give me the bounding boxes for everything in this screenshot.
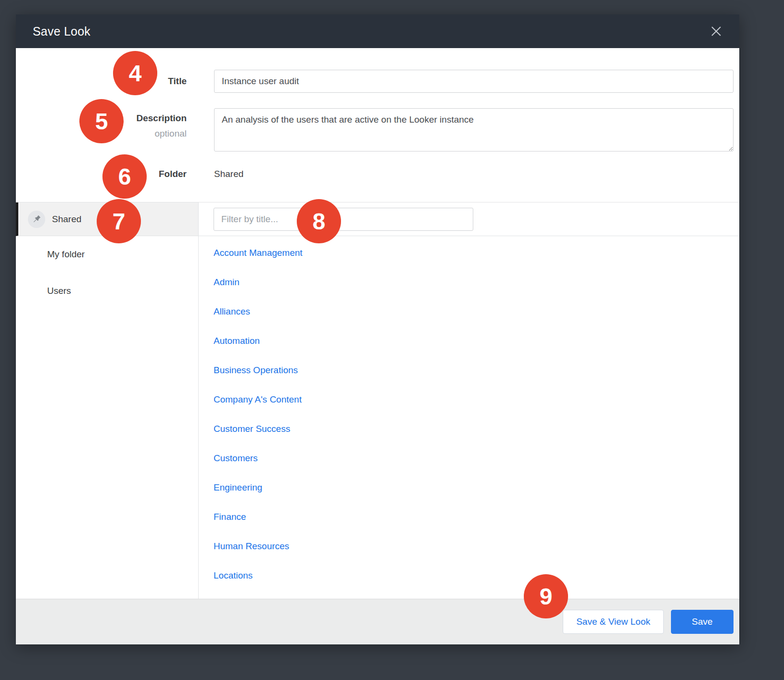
save-button[interactable]: Save: [671, 610, 733, 634]
folder-link[interactable]: Customers: [214, 453, 258, 464]
folder-link[interactable]: Engineering: [214, 482, 262, 493]
sidebar-item-label: Shared: [52, 214, 81, 225]
folder-link[interactable]: Customer Success: [214, 423, 290, 435]
folder-link[interactable]: Admin: [214, 277, 240, 288]
sidebar-item-label: My folder: [47, 249, 85, 260]
folder-link[interactable]: Automation: [214, 335, 260, 347]
sidebar-item-label: Users: [47, 286, 71, 296]
sidebar-item-users[interactable]: Users: [16, 273, 198, 309]
folder-link[interactable]: Finance: [214, 511, 246, 523]
pin-icon: [28, 211, 45, 228]
save-look-form: Title Description optional An analysis o…: [16, 48, 739, 202]
dialog-header: Save Look: [16, 14, 739, 48]
sidebar-item-my-folder[interactable]: My folder: [16, 236, 198, 273]
title-label: Title: [168, 76, 187, 86]
description-label: Description: [136, 113, 187, 123]
description-optional-note: optional: [16, 128, 187, 139]
folder-link[interactable]: Business Operations: [214, 365, 298, 376]
dialog-title: Save Look: [33, 25, 90, 38]
folder-browser: Shared My folder Users Account Managemen…: [16, 202, 739, 599]
title-input[interactable]: [214, 70, 733, 93]
save-look-dialog: Save Look Title Description optional An …: [16, 14, 739, 644]
save-and-view-look-button[interactable]: Save & View Look: [563, 610, 664, 634]
close-icon[interactable]: [708, 23, 725, 40]
folder-link[interactable]: Locations: [214, 570, 253, 581]
folder-link[interactable]: Account Management: [214, 247, 303, 259]
folder-link[interactable]: Company A's Content: [214, 394, 302, 405]
description-textarea[interactable]: An analysis of the users that are active…: [214, 108, 733, 151]
sidebar-item-shared[interactable]: Shared: [16, 202, 198, 236]
dialog-footer: Save & View Look Save: [16, 599, 739, 644]
folder-label: Folder: [159, 169, 187, 179]
folder-browser-content: Account Management Admin Alliances Autom…: [199, 202, 739, 599]
selected-folder-value: Shared: [214, 169, 243, 179]
title-row: Title: [16, 70, 739, 93]
filter-input[interactable]: [214, 208, 473, 231]
folder-list: Account Management Admin Alliances Autom…: [199, 236, 739, 599]
folder-row: Folder Shared: [16, 169, 739, 179]
folder-sidebar: Shared My folder Users: [16, 202, 199, 599]
folder-link[interactable]: Human Resources: [214, 541, 289, 552]
folder-link[interactable]: Alliances: [214, 306, 250, 317]
description-row: Description optional An analysis of the …: [16, 108, 739, 151]
filter-row: [199, 202, 739, 236]
